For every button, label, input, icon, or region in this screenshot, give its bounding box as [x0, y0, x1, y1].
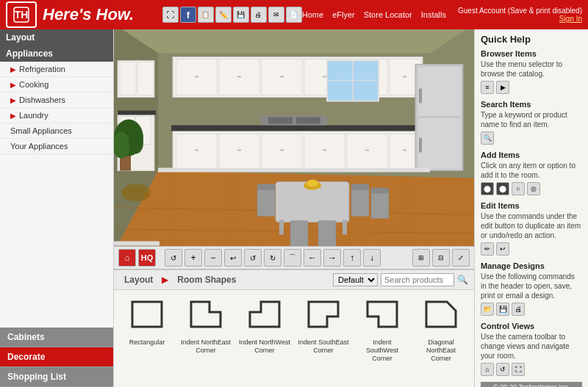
- shape-label: Diagonal NorthEast Corner: [415, 339, 467, 362]
- room-shape-indent-se[interactable]: Indent SouthEast Corner: [298, 296, 349, 355]
- layout-section-header[interactable]: Layout: [0, 29, 113, 46]
- add-icon-1[interactable]: ⬤: [481, 182, 494, 195]
- store-locator-link[interactable]: Store Locator: [364, 10, 412, 19]
- tool-btn-3[interactable]: 💾: [233, 7, 249, 23]
- tool-btn-1[interactable]: 📋: [198, 7, 214, 23]
- edit-icon-1[interactable]: ✏: [481, 242, 494, 256]
- view-icon-1[interactable]: ⌂: [481, 363, 494, 376]
- shape-label: Indent SouthWest Corner: [356, 339, 408, 362]
- room-shapes-grid: Rectangular Indent NorthEast Corner Inde…: [114, 290, 474, 387]
- add-icon-4[interactable]: ◎: [527, 182, 540, 195]
- sidebar-item-cooking[interactable]: ▶ Cooking: [0, 77, 113, 93]
- facebook-button[interactable]: f: [180, 7, 196, 23]
- sidebar-item-laundry[interactable]: ▶ Laundry: [0, 108, 113, 123]
- svg-rect-70: [351, 184, 369, 190]
- redo-button[interactable]: ↻: [264, 249, 282, 267]
- svg-marker-82: [309, 302, 338, 327]
- help-section-text: Type a keyword or product name to find a…: [481, 110, 582, 129]
- kitchen-illustration: [114, 29, 474, 246]
- expand-button[interactable]: ⤢: [452, 249, 470, 267]
- help-section-text: Use the camera toolbar to change views a…: [481, 332, 582, 361]
- signin-link[interactable]: Sign In: [559, 15, 582, 23]
- room-shape-rectangular[interactable]: Rectangular: [121, 296, 173, 347]
- rotate-left-button[interactable]: ↩: [224, 249, 242, 267]
- manage-icon-1[interactable]: 📂: [481, 303, 494, 316]
- guest-label: Guest Account (Save & print disabled): [458, 7, 582, 15]
- svg-point-76: [306, 180, 318, 187]
- view-icon-2[interactable]: ↺: [496, 363, 509, 376]
- manage-icons: 📂 💾 🖨: [481, 303, 582, 316]
- zoom-in-button[interactable]: +: [184, 249, 202, 267]
- svg-rect-69: [351, 186, 369, 217]
- logo-box: TH: [6, 1, 37, 28]
- search-icon-help[interactable]: 🔍: [481, 131, 494, 145]
- installs-link[interactable]: Installs: [421, 10, 446, 19]
- room-shapes-tab[interactable]: Room Shapes: [173, 273, 240, 286]
- zoom-out-button[interactable]: −: [204, 249, 222, 267]
- view-3d-button[interactable]: ⊟: [432, 249, 450, 267]
- fullscreen-button[interactable]: ⛶: [162, 7, 179, 23]
- manage-icon-2[interactable]: 💾: [496, 303, 509, 316]
- tool-btn-6[interactable]: 📄: [286, 7, 302, 23]
- sidebar-item-label: Small Appliances: [10, 126, 72, 135]
- add-icons: ⬤ ⬤ ○ ◎: [481, 182, 582, 195]
- room-shape-diagonal-ne[interactable]: Diagonal NorthEast Corner: [415, 296, 467, 362]
- search-products-input[interactable]: [381, 273, 454, 286]
- appliances-section-header[interactable]: Appliances: [0, 46, 113, 62]
- sidebar-bottom-cabinets[interactable]: Cabinets: [0, 328, 113, 347]
- pan-up-button[interactable]: ↑: [343, 249, 361, 267]
- svg-rect-74: [318, 221, 336, 247]
- help-section-title: Search Items: [481, 100, 582, 109]
- room-shape-indent-ne[interactable]: Indent NorthEast Corner: [180, 296, 232, 355]
- sidebar-item-label: Refrigeration: [19, 65, 65, 73]
- home-link[interactable]: Home: [302, 10, 323, 19]
- help-section-text: Use the commands under the edit button t…: [481, 211, 582, 240]
- svg-rect-36: [280, 150, 284, 151]
- tool-btn-5[interactable]: ✉: [268, 7, 284, 23]
- pan-right-button[interactable]: →: [323, 249, 341, 267]
- sidebar-bottom-decorate[interactable]: Decorate: [0, 347, 113, 367]
- add-icon-2[interactable]: ⬤: [496, 182, 509, 195]
- browser-icon-1[interactable]: ≡: [481, 81, 494, 94]
- pan-down-button[interactable]: ↓: [363, 249, 381, 267]
- layout-tab[interactable]: Layout: [120, 273, 157, 286]
- svg-point-62: [129, 132, 143, 154]
- svg-rect-31: [304, 134, 345, 169]
- tool-btn-2[interactable]: ✏️: [215, 7, 232, 23]
- room-shape-indent-sw[interactable]: Indent SouthWest Corner: [356, 296, 408, 362]
- sidebar-item-your-appliances[interactable]: Your Appliances: [0, 139, 113, 154]
- room-shape-indent-nw[interactable]: Indent NorthWest Corner: [239, 296, 290, 355]
- add-icon-3[interactable]: ○: [512, 182, 525, 195]
- view-2d-button[interactable]: ⊞: [412, 249, 430, 267]
- shape-label: Indent NorthWest Corner: [239, 339, 290, 355]
- sidebar-item-small-appliances[interactable]: Small Appliances: [0, 123, 113, 139]
- home-view-button[interactable]: ⌂: [118, 249, 136, 267]
- svg-rect-32: [347, 134, 387, 169]
- search-icons: 🔍: [481, 131, 582, 145]
- edit-icons: ✏ ↩: [481, 242, 582, 256]
- svg-rect-25: [403, 76, 406, 78]
- default-dropdown[interactable]: Default: [333, 273, 378, 286]
- sidebar-item-label: Cooking: [19, 80, 49, 89]
- tool-btn-4[interactable]: 🖨: [251, 7, 267, 23]
- curve-button[interactable]: ⌒: [284, 249, 301, 267]
- search-icon[interactable]: 🔍: [457, 275, 468, 285]
- svg-rect-68: [257, 184, 275, 190]
- eflyer-link[interactable]: eFlyer: [332, 10, 355, 19]
- view-icon-3[interactable]: ⛶: [512, 363, 525, 376]
- edit-icon-2[interactable]: ↩: [496, 242, 509, 256]
- sidebar-item-dishwashers[interactable]: ▶ Dishwashers: [0, 93, 113, 108]
- svg-rect-79: [132, 302, 162, 327]
- undo-button[interactable]: ↺: [244, 249, 262, 267]
- manage-icon-3[interactable]: 🖨: [512, 303, 525, 316]
- help-search-items: Search Items Type a keyword or product n…: [481, 100, 582, 145]
- reset-view-button[interactable]: ↺: [165, 249, 182, 267]
- pan-left-button[interactable]: ←: [304, 249, 321, 267]
- bottom-panel: Layout ▶ Room Shapes Default 🔍 Re: [114, 270, 474, 387]
- sidebar-bottom-shopping-list[interactable]: Shopping List: [0, 367, 113, 387]
- hq-button[interactable]: HQ: [138, 249, 156, 267]
- svg-rect-51: [419, 138, 422, 153]
- sidebar-item-refrigeration[interactable]: ▶ Refrigeration: [0, 62, 113, 77]
- browser-icon-2[interactable]: ▶: [496, 81, 509, 94]
- svg-rect-48: [417, 67, 462, 117]
